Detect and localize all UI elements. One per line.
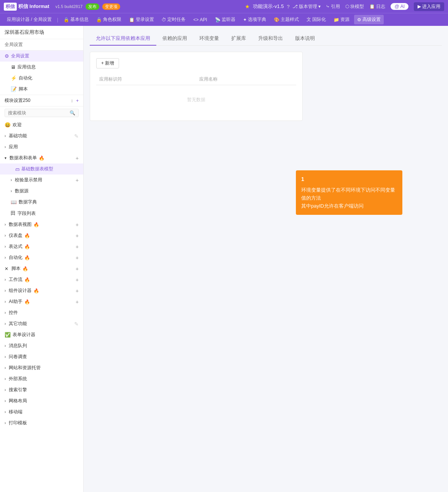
sidebar-item-ai-assistant[interactable]: › AI助手 🔥 +	[0, 296, 83, 307]
sidebar-external-label: 外部系统	[9, 376, 27, 382]
scripts2-add-icon[interactable]: +	[76, 266, 79, 272]
tab-dependencies[interactable]: 依赖的应用	[156, 32, 193, 46]
main-layout: 深圳基石应用市场 全局设置 ⚙ 全局设置 🖥 应用信息 ⚡ 自动化 📝 脚本 模…	[0, 26, 448, 492]
sidebar-item-expressions[interactable]: › 表达式 🔥 +	[0, 241, 83, 252]
clock-icon: ⏱	[162, 17, 166, 22]
print-expand-icon: ›	[5, 421, 6, 425]
sidebar-item-other-functions[interactable]: › 其它功能 ✎	[0, 318, 83, 329]
validation-expand-icon: ›	[11, 178, 12, 182]
sidebar-item-validation[interactable]: › 校验显示禁用 +	[0, 175, 83, 186]
sidebar-item-data-dict[interactable]: 📖 数据字典	[0, 197, 83, 208]
nav-theme-style[interactable]: 🎨 主题样式	[271, 15, 302, 24]
settings-icon: ⚙	[357, 17, 361, 22]
ai-add-icon[interactable]: +	[76, 299, 79, 305]
help-icon[interactable]: ?	[287, 4, 289, 10]
sidebar-item-scripts2[interactable]: ✕ 脚本 🔥 +	[0, 263, 83, 274]
sidebar-item-data-views[interactable]: › 数据表视图 🔥 +	[0, 219, 83, 230]
nav-basic-info[interactable]: 🔒 基本信息	[60, 15, 92, 24]
sidebar-item-welcome[interactable]: 😀 欢迎	[0, 119, 83, 130]
component-expand-icon: ›	[5, 289, 6, 293]
sidebar-automation-label: 自动化	[19, 75, 32, 81]
expressions-add-icon[interactable]: +	[76, 244, 79, 250]
sidebar-item-questionnaire[interactable]: › 问卷调查	[0, 351, 83, 362]
sidebar-item-grid-layout[interactable]: › 网格布局	[0, 395, 83, 406]
sidebar-item-controls[interactable]: › 控件	[0, 307, 83, 318]
sidebar-controls-label: 控件	[9, 309, 18, 316]
module-add-icon[interactable]: +	[76, 98, 79, 103]
nav-scheduled-tasks[interactable]: ⏱ 定时任务	[159, 15, 189, 24]
form-designer-icon: ✅	[5, 332, 11, 338]
sidebar-module-count: 模块设置250 ↕ +	[0, 95, 83, 106]
top-header: 积信 积信 Informat v1.5 build2817 发布 变更项 ★ 功…	[0, 0, 448, 13]
validation-add-icon[interactable]: +	[76, 177, 79, 183]
scripts2-icon: ✕	[5, 266, 8, 271]
sidebar-item-dashboard[interactable]: › 仪表盘 🔥 +	[0, 230, 83, 241]
version-mgmt-btn[interactable]: ⎇ 版本管理 ▾	[292, 3, 321, 10]
automation2-add-icon[interactable]: +	[76, 255, 79, 261]
nav-i18n[interactable]: 文 国际化	[303, 15, 329, 24]
nav-api[interactable]: <> API	[190, 16, 210, 24]
fire-icon: 🔥	[39, 156, 44, 161]
search-input[interactable]	[8, 110, 68, 116]
sidebar-item-form-designer[interactable]: ✅ 表单设计器	[0, 329, 83, 340]
nav-login-settings[interactable]: 📋 登录设置	[126, 15, 157, 24]
sidebar-welcome-label: 欢迎	[13, 122, 22, 128]
add-button[interactable]: + 新增	[96, 58, 119, 68]
model-btn[interactable]: ⬡ 块模型	[345, 3, 364, 10]
empty-data-message: 暂无数据	[96, 85, 296, 114]
sidebar-item-data-tables[interactable]: ▾ 数据表和表单 🔥 +	[0, 152, 83, 163]
chevron-down-icon2: ▾	[5, 156, 6, 160]
changelog-button[interactable]: 变更项	[102, 3, 120, 10]
sidebar-app-title[interactable]: 深圳基石应用市场	[0, 26, 83, 39]
ai-button[interactable]: @ AI	[391, 3, 408, 10]
sidebar-item-print-template[interactable]: › 打印模板	[0, 417, 83, 429]
tab-version-notes[interactable]: 版本说明	[289, 32, 321, 46]
sidebar-item-search-engine[interactable]: › 搜索引擎	[0, 384, 83, 395]
sidebar-item-mobile[interactable]: › 移动端	[0, 406, 83, 417]
nav-monitor[interactable]: 📡 监听器	[212, 15, 238, 24]
nav-resources[interactable]: 📁 资源	[330, 15, 353, 24]
sidebar-item-website-hosting[interactable]: › 网站和资源托管	[0, 362, 83, 373]
sidebar-app-info-label: 应用信息	[17, 64, 36, 70]
sidebar-item-external-systems[interactable]: › 外部系统	[0, 373, 83, 384]
component-add-icon[interactable]: +	[76, 288, 79, 294]
tab-extensions[interactable]: 扩展库	[225, 32, 252, 46]
table-col-app-name-header: 应用名称	[196, 76, 296, 83]
other-edit-icon[interactable]: ✎	[74, 321, 79, 327]
data-tables-add-icon[interactable]: +	[76, 155, 79, 161]
sidebar-item-basic-data-model[interactable]: 🗃 基础数据表模型	[0, 163, 83, 175]
sidebar-item-datasource[interactable]: › 数据源	[0, 186, 83, 197]
edit-icon[interactable]: ✎	[74, 133, 79, 139]
questionnaire-expand-icon: ›	[5, 355, 6, 359]
publish-button[interactable]: 发布	[86, 3, 99, 10]
tab-allowed-dependencies[interactable]: 允许以下应用依赖本应用	[90, 32, 156, 46]
nav-options-dict[interactable]: ✦ 选项字典	[240, 15, 269, 24]
sidebar-item-scripts[interactable]: 📝 脚本	[0, 84, 83, 95]
sidebar-item-app-info[interactable]: 🖥 应用信息	[0, 62, 83, 73]
tab-upgrade-export[interactable]: 升级和导出	[252, 32, 289, 46]
sidebar-item-field-list[interactable]: 田 字段列表	[0, 208, 83, 219]
nav-app-designer[interactable]: 应用设计器 / 全局设置	[4, 15, 55, 24]
data-views-add-icon[interactable]: +	[76, 222, 79, 228]
sidebar-item-workflow[interactable]: › 工作流 🔥 +	[0, 274, 83, 285]
tab-env-vars[interactable]: 环境变量	[193, 32, 225, 46]
nav-advanced-settings[interactable]: ⚙ 高级设置	[354, 15, 384, 24]
log-btn[interactable]: 📋 日志	[369, 3, 385, 10]
module-sort-icon[interactable]: ↕	[71, 98, 73, 103]
sidebar-item-global-settings[interactable]: ⚙ 全局设置	[0, 51, 83, 62]
sidebar-item-automation[interactable]: ⚡ 自动化	[0, 73, 83, 84]
fire-icon9: 🔥	[24, 299, 30, 305]
nav-role-permissions[interactable]: 🔒 角色权限	[93, 15, 124, 24]
sidebar-item-automation2[interactable]: › 自动化 🔥 +	[0, 252, 83, 263]
ai-icon: @	[394, 4, 399, 9]
sidebar-item-basic-functions[interactable]: › 基础功能 ✎	[0, 130, 83, 141]
sidebar-item-message-queue[interactable]: › 消息队列	[0, 340, 83, 351]
enter-app-button[interactable]: ▶ 进入应用	[414, 2, 444, 11]
dashboard-add-icon[interactable]: +	[76, 233, 79, 239]
sidebar-item-apps[interactable]: › 应用	[0, 141, 83, 152]
workflow-add-icon[interactable]: +	[76, 277, 79, 283]
sidebar-item-component-designer[interactable]: › 组件设计器 🔥 +	[0, 285, 83, 296]
star-icon: ★	[245, 3, 250, 10]
demo-title: 功能演示-v1.5	[253, 3, 284, 10]
cite-btn[interactable]: ⤷ 引用	[326, 3, 340, 10]
